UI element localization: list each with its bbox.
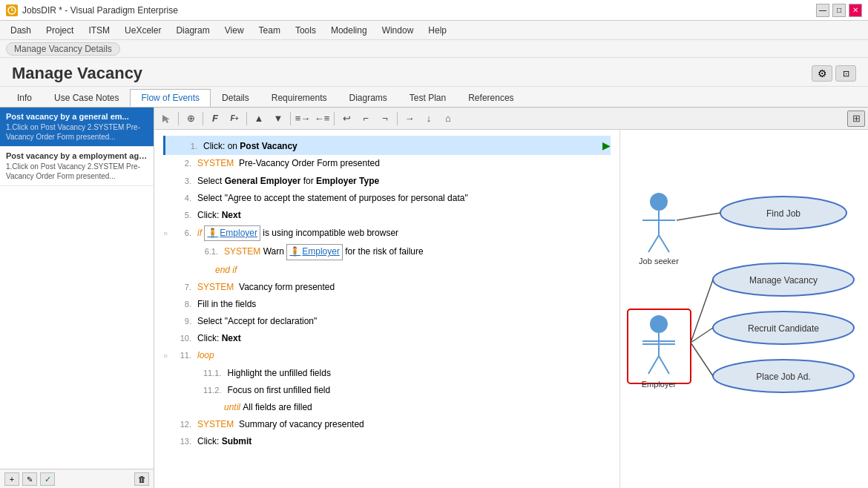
- menu-dash[interactable]: Dash: [3, 24, 39, 37]
- content-area: ⊕ F F+ ▲ ▼ ≡→ ←≡ ↩ ⌐ ¬ → ↓ ⌂ ⊞: [154, 108, 868, 488]
- line-system-6-1: SYSTEM: [224, 245, 263, 259]
- actor-link-employer-6[interactable]: 🧍Employer: [204, 225, 260, 241]
- line-text-10: Click: Next: [197, 332, 241, 346]
- toolbar-paste-btn[interactable]: ¬: [376, 111, 394, 127]
- tab-references[interactable]: References: [457, 89, 525, 106]
- line-system-7: SYSTEM: [197, 280, 239, 294]
- menu-project[interactable]: Project: [39, 24, 81, 37]
- page-header: Manage Vacancy ⚙ ⊡: [0, 58, 868, 87]
- main-layout: Post vacancy by a general em... 1.Click …: [0, 108, 868, 488]
- toolbar-down-btn[interactable]: ▼: [269, 111, 287, 127]
- line-num-12: 12.: [174, 418, 197, 432]
- edit-item-button[interactable]: ✎: [22, 472, 37, 486]
- line-num-3: 3.: [174, 175, 197, 188]
- sidebar: Post vacancy by a general em... 1.Click …: [0, 108, 154, 488]
- tab-use-case-notes[interactable]: Use Case Notes: [43, 89, 130, 106]
- line-num-7: 7.: [174, 281, 197, 294]
- manage-vacancy-label: Manage Vacancy: [749, 275, 818, 286]
- employer-label: Employer: [642, 380, 677, 389]
- flow-line-11-1: 11.1. Highlight the unfilled fields: [163, 365, 611, 382]
- flow-toolbar: ⊕ F F+ ▲ ▼ ≡→ ←≡ ↩ ⌐ ¬ → ↓ ⌂ ⊞: [154, 108, 868, 130]
- line-num-6: 6.: [174, 227, 197, 240]
- toolbar-pointer-btn[interactable]: [157, 111, 175, 127]
- line-text-11-2: Focus on first unfilled field: [227, 383, 330, 398]
- menu-itsm[interactable]: ITSM: [81, 24, 117, 37]
- add-item-button[interactable]: +: [4, 472, 19, 486]
- tab-details[interactable]: Details: [211, 89, 260, 106]
- sidebar-item-1[interactable]: Post vacancy by a employment ager... 1.C…: [0, 147, 154, 186]
- window-controls[interactable]: — □ ✕: [816, 4, 862, 17]
- toolbar-f2-btn[interactable]: F+: [226, 111, 243, 127]
- sidebar-item-0[interactable]: Post vacancy by a general em... 1.Click …: [0, 108, 154, 147]
- menu-window[interactable]: Window: [375, 24, 421, 37]
- sidebar-footer: + ✎ ✓ 🗑: [0, 469, 154, 488]
- delete-item-button[interactable]: 🗑: [134, 472, 149, 486]
- tab-test-plan[interactable]: Test Plan: [398, 89, 457, 106]
- tab-info[interactable]: Info: [6, 89, 43, 106]
- toolbar-undo-btn[interactable]: ↩: [338, 111, 355, 127]
- line-indicator-6: ○: [163, 228, 174, 240]
- confirm-item-button[interactable]: ✓: [40, 472, 55, 486]
- flow-line-6: ○ 6. if 🧍Employer is using incompatible …: [163, 224, 611, 243]
- flow-line-12: 12. SYSTEM Summary of vacancy presented: [163, 416, 611, 433]
- line-text-3: Select General Employer for Employer Typ…: [197, 174, 379, 188]
- minimize-btn[interactable]: —: [816, 4, 829, 17]
- toolbar-indent-btn[interactable]: ≡→: [294, 111, 312, 127]
- diagram-panel: Job seeker Find Job: [619, 130, 868, 488]
- toolbar-outdent-btn[interactable]: ←≡: [313, 111, 331, 127]
- line-num-8: 8.: [174, 298, 197, 311]
- app-icon: [6, 4, 18, 16]
- toolbar-f-btn[interactable]: F: [206, 111, 224, 127]
- flow-content: 1. Click: on Post Vacancy ▶ 2. SYSTEM Pr…: [154, 130, 868, 488]
- menu-modeling[interactable]: Modeling: [323, 24, 375, 37]
- toolbar-sep-6: [397, 112, 398, 125]
- menu-help[interactable]: Help: [421, 24, 454, 37]
- menu-tools[interactable]: Tools: [288, 24, 323, 37]
- flow-line-8: 8. Fill in the fields: [163, 296, 611, 313]
- find-job-label: Find Job: [766, 208, 800, 219]
- toolbar-up-btn[interactable]: ▲: [250, 111, 268, 127]
- sidebar-item-content-0: 1.Click on Post Vacancy 2.SYSTEM Pre-Vac…: [6, 122, 148, 142]
- line-num-1: 1.: [180, 140, 203, 154]
- line-keyword-6: if: [197, 226, 202, 240]
- line-keyword-endif: end if: [215, 263, 237, 277]
- flow-line-2: 2. SYSTEM Pre-Vacancy Order Form present…: [163, 155, 611, 172]
- toolbar-alt2-btn[interactable]: ↓: [420, 111, 438, 127]
- breadcrumb[interactable]: Manage Vacancy Details: [6, 42, 120, 56]
- maximize-btn[interactable]: □: [832, 4, 846, 17]
- settings-button[interactable]: ⚙: [812, 65, 832, 82]
- toolbar-grid-btn[interactable]: ⊞: [847, 111, 865, 127]
- tab-requirements[interactable]: Requirements: [260, 89, 338, 106]
- line-text-6: is using incompatible web browser: [260, 226, 398, 240]
- line-text-13: Click: Submit: [197, 435, 251, 449]
- flow-line-11-2: 11.2. Focus on first unfilled field: [163, 382, 611, 399]
- tab-flow-of-events[interactable]: Flow of Events: [130, 89, 211, 107]
- line-num-11-2: 11.2.: [191, 384, 227, 398]
- flow-line-until: until All fields are filled: [163, 399, 611, 416]
- toolbar-add-btn[interactable]: ⊕: [182, 111, 200, 127]
- toolbar-alt1-btn[interactable]: →: [401, 111, 418, 127]
- recruit-candidate-label: Recruit Candidate: [748, 323, 819, 334]
- flow-line-7: 7. SYSTEM Vacancy form presented: [163, 279, 611, 296]
- toolbar-sep-2: [203, 112, 203, 125]
- line-indicator-11: ○: [163, 350, 174, 362]
- line-text-5: Click: Next: [197, 208, 241, 222]
- flow-text[interactable]: 1. Click: on Post Vacancy ▶ 2. SYSTEM Pr…: [154, 130, 619, 488]
- line-text-11-1: Highlight the unfilled fields: [227, 366, 330, 380]
- toolbar-cut-btn[interactable]: ⌐: [357, 111, 375, 127]
- toolbar-home-btn[interactable]: ⌂: [439, 111, 457, 127]
- secondary-btn[interactable]: ⊡: [835, 65, 856, 82]
- menu-team[interactable]: Team: [251, 24, 288, 37]
- tab-diagrams[interactable]: Diagrams: [338, 89, 398, 106]
- sidebar-item-title-1: Post vacancy by a employment ager...: [6, 151, 148, 160]
- close-btn[interactable]: ✕: [849, 4, 862, 17]
- actor-link-employer-6-1[interactable]: 🧍Employer: [286, 244, 343, 260]
- menu-uexceler[interactable]: UeXceler: [117, 24, 168, 37]
- line-num-9: 9.: [174, 315, 197, 329]
- line-num-2: 2.: [174, 157, 197, 171]
- menu-diagram[interactable]: Diagram: [168, 24, 217, 37]
- line-system-12: SYSTEM: [197, 418, 239, 432]
- breadcrumb-bar: Manage Vacancy Details: [0, 40, 868, 58]
- menu-view[interactable]: View: [217, 24, 251, 37]
- flow-line-9: 9. Select "Accept for declaration": [163, 313, 611, 330]
